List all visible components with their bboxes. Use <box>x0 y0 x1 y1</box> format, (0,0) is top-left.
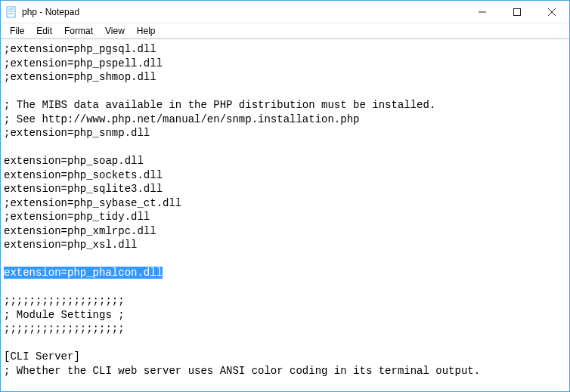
text-line: [CLI Server] <box>4 350 568 364</box>
maximize-button[interactable] <box>500 1 534 23</box>
window-controls <box>465 1 569 23</box>
text-line: ;extension=php_shmop.dll <box>4 70 568 85</box>
text-line: ; Whether the CLI web server uses ANSI c… <box>4 364 568 378</box>
text-line <box>4 336 568 350</box>
text-line: ; See http://www.php.net/manual/en/snmp.… <box>4 113 568 127</box>
close-button[interactable] <box>534 1 569 23</box>
text-line: ; Module Settings ; <box>4 308 568 323</box>
text-editor[interactable]: ;extension=php_pgsql.dll;extension=php_p… <box>1 39 569 391</box>
menu-view[interactable]: View <box>99 24 131 38</box>
text-line: extension=php_sqlite3.dll <box>4 182 568 196</box>
text-line: ;;;;;;;;;;;;;;;;;;; <box>4 322 568 336</box>
menu-file[interactable]: File <box>4 24 30 38</box>
svg-rect-5 <box>514 8 521 15</box>
titlebar[interactable]: php - Notepad <box>1 1 569 23</box>
text-line: ;extension=php_snmp.dll <box>4 126 568 140</box>
menu-edit[interactable]: Edit <box>30 24 58 38</box>
minimize-button[interactable] <box>465 1 500 23</box>
text-line: ;extension=php_pgsql.dll <box>4 42 568 57</box>
text-line: extension=php_xsl.dll <box>4 238 568 252</box>
text-line: ;;;;;;;;;;;;;;;;;;; <box>4 294 568 308</box>
text-line <box>4 252 568 267</box>
menu-help[interactable]: Help <box>131 24 162 38</box>
text-line <box>4 85 568 99</box>
text-line: ; The MIBS data available in the PHP dis… <box>4 98 568 113</box>
window-title: php - Notepad <box>22 7 79 17</box>
text-line <box>4 140 568 155</box>
text-line: extension=php_soap.dll <box>4 154 568 168</box>
text-line: extension=php_sockets.dll <box>4 168 568 183</box>
menu-format[interactable]: Format <box>58 24 99 38</box>
notepad-icon <box>5 6 17 18</box>
text-line: ;extension=php_tidy.dll <box>4 210 568 224</box>
menubar: File Edit Format View Help <box>1 23 569 39</box>
editor-container: ;extension=php_pgsql.dll;extension=php_p… <box>1 39 569 391</box>
text-line: ;extension=php_pspell.dll <box>4 57 568 71</box>
text-line <box>4 378 569 391</box>
svg-rect-0 <box>7 7 15 17</box>
text-line <box>4 280 568 295</box>
text-line: ;extension=php_sybase_ct.dll <box>4 196 568 211</box>
text-line-selected: extension=php_phalcon.dll <box>4 266 568 280</box>
text-line: extension=php_xmlrpc.dll <box>4 224 568 239</box>
